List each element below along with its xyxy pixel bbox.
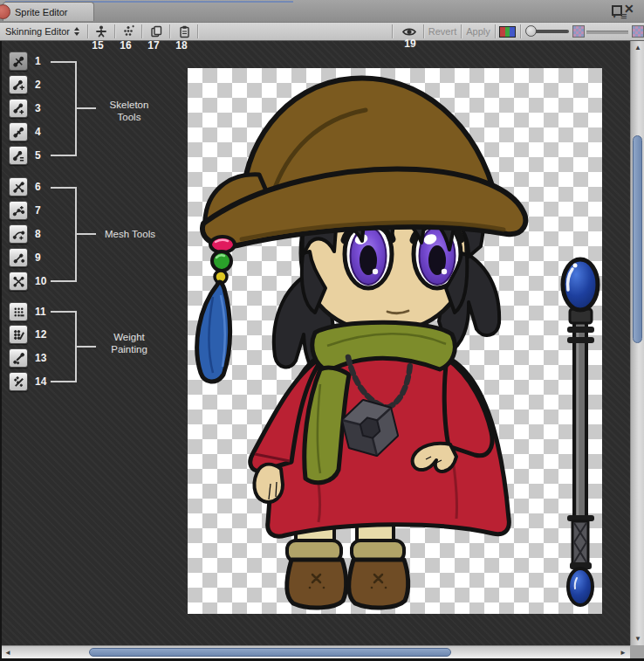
- annotation-number: 8: [35, 228, 58, 240]
- window-menu-icon[interactable]: ≡: [620, 10, 627, 23]
- create-bones-icon[interactable]: [9, 99, 28, 118]
- mode-dropdown[interactable]: Skinning Editor: [3, 24, 85, 39]
- mode-dropdown-label: Skinning Editor: [5, 26, 70, 37]
- annotation-number: 12: [35, 328, 58, 341]
- staff: [563, 259, 598, 605]
- annotation-number: 18: [171, 39, 192, 52]
- reparent-bone-icon[interactable]: [9, 146, 28, 165]
- bracket-line: [51, 61, 77, 63]
- create-vertex-icon[interactable]: [9, 224, 28, 244]
- bracket-line: [51, 187, 77, 189]
- weight-brush-icon[interactable]: [9, 348, 28, 368]
- hat-beads: [210, 237, 235, 283]
- group-label-skeleton-tools: SkeletonTools: [98, 99, 161, 123]
- group-label-mesh-tools: Mesh Tools: [92, 228, 168, 240]
- character-pose-icon[interactable]: [116, 24, 140, 39]
- preview-pose-icon[interactable]: [9, 52, 28, 71]
- window-title: Sprite Editor: [15, 7, 68, 17]
- bracket-line: [51, 280, 77, 282]
- title-tab-bar: Sprite Editor ✕ ▾ ≡: [0, 0, 644, 23]
- sprite-canvas[interactable]: [188, 68, 602, 614]
- annotation-number: 7: [35, 204, 58, 217]
- auto-geometry-icon[interactable]: [9, 177, 28, 196]
- horizontal-scrollbar[interactable]: ◄ ►: [2, 645, 630, 658]
- edit-joints-icon[interactable]: [9, 75, 28, 94]
- annotation-number: 17: [143, 39, 164, 52]
- scroll-right-icon[interactable]: ►: [620, 649, 627, 658]
- split-bones-icon[interactable]: [9, 122, 28, 141]
- zoom-slider-track[interactable]: [533, 30, 569, 33]
- bone-influence-icon[interactable]: [9, 372, 28, 391]
- paste-icon[interactable]: [172, 24, 195, 39]
- rgb-channels-icon[interactable]: [499, 26, 516, 38]
- dropdown-arrows-icon: [74, 27, 79, 36]
- blue-feather: [197, 282, 230, 382]
- annotation-number: 16: [115, 39, 136, 52]
- bracket-line: [51, 381, 77, 382]
- annotation-number: 15: [87, 39, 108, 52]
- group-label-weight-painting: WeightPainting: [98, 331, 161, 355]
- vertical-scrollbar-thumb[interactable]: [633, 135, 642, 343]
- mip-low-icon: [572, 25, 585, 38]
- apply-button[interactable]: Apply: [463, 24, 493, 39]
- scroll-left-icon[interactable]: ◄: [4, 649, 11, 658]
- edit-geometry-icon[interactable]: [9, 201, 28, 220]
- annotation-number: 2: [35, 79, 58, 91]
- chevron-down-icon[interactable]: ▾: [613, 12, 616, 20]
- vertical-scrollbar[interactable]: ▲ ▼: [630, 41, 644, 645]
- scrollbar-corner: [630, 645, 644, 659]
- annotation-number: 9: [35, 251, 58, 264]
- tab-sprite-editor[interactable]: Sprite Editor: [3, 2, 94, 21]
- split-edge-icon[interactable]: [9, 272, 28, 291]
- chibi-witch-character-sprite: [188, 68, 602, 614]
- bind-pose-icon[interactable]: [89, 24, 113, 39]
- create-edge-icon[interactable]: [9, 248, 28, 267]
- horizontal-scrollbar-thumb[interactable]: [89, 648, 451, 657]
- bracket-line: [77, 346, 96, 348]
- scroll-up-icon[interactable]: ▲: [634, 44, 641, 52]
- annotation-number: 4: [35, 126, 58, 138]
- annotation-number: 13: [35, 352, 58, 364]
- scroll-down-icon[interactable]: ▼: [634, 635, 641, 644]
- character: [197, 79, 526, 608]
- mip-high-icon: [632, 25, 644, 38]
- bracket-line: [51, 155, 77, 156]
- revert-button[interactable]: Revert: [426, 24, 459, 39]
- weight-slider-icon[interactable]: [9, 325, 28, 344]
- bracket-line: [77, 107, 96, 109]
- mip-slider-track[interactable]: [586, 31, 628, 34]
- annotation-number: 19: [400, 38, 421, 50]
- bracket-line: [51, 311, 77, 313]
- copy-icon[interactable]: [144, 24, 168, 39]
- auto-weights-icon[interactable]: [9, 302, 28, 321]
- zoom-slider-knob[interactable]: [525, 25, 537, 37]
- annotation-number: 3: [35, 102, 58, 114]
- sprite-editor-window: Sprite Editor ✕ ▾ ≡ Skinning Editor Reve…: [0, 0, 644, 661]
